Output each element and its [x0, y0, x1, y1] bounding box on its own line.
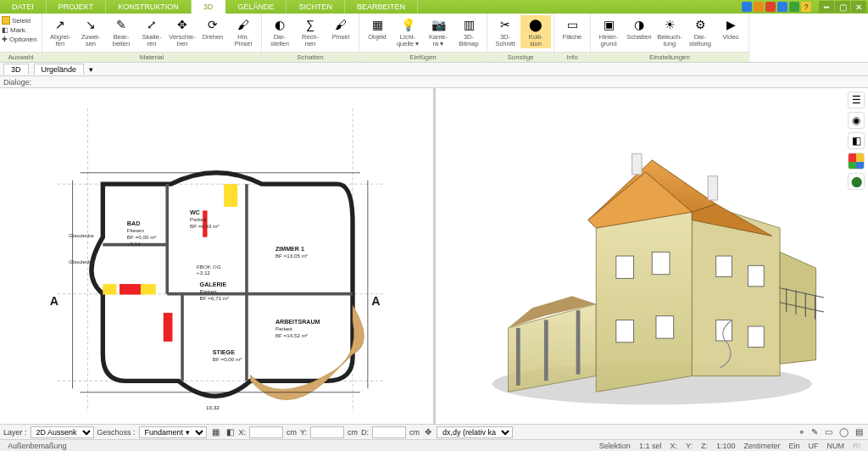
menu-projekt[interactable]: PROJEKT [47, 0, 107, 14]
darstellung-icon: ⚙ [692, 16, 709, 33]
svg-text:FBOK OG: FBOK OG [197, 264, 221, 270]
ribbon-schatten2[interactable]: ◑Schatten [624, 15, 654, 42]
group-label: Einfügen [359, 52, 487, 62]
lichtquelle-icon: 💡 [399, 16, 416, 33]
menu-konstruktion[interactable]: KONSTRUKTION [106, 0, 192, 14]
title-icon[interactable] [754, 2, 764, 12]
tool-icon[interactable]: ▭ [823, 427, 834, 437]
kamera-icon: 📷 [430, 16, 447, 33]
video-icon: ▶ [722, 16, 739, 33]
ribbon-video[interactable]: ▶Video [715, 15, 746, 42]
tab-dropdown[interactable]: ▾ [89, 65, 93, 74]
sel-mark[interactable]: ◧ Mark. [2, 25, 27, 35]
title-icon[interactable] [765, 2, 776, 12]
svg-text:WC: WC [190, 209, 200, 216]
title-icon[interactable] [789, 2, 799, 12]
svg-rect-11 [103, 284, 116, 295]
ribbon-label: 3D- Bitmap [459, 34, 478, 47]
sel-optionen[interactable]: ✚ Optionen [2, 35, 36, 44]
window-minimize[interactable]: ━ [819, 1, 834, 13]
layers-icon[interactable]: ☰ [848, 92, 865, 109]
ribbon-3d-bitmap[interactable]: ▥3D- Bitmap [453, 15, 484, 48]
ribbon-pinsel[interactable]: 🖌Pinsel [326, 15, 356, 42]
menu-sichten[interactable]: SICHTEN [287, 0, 345, 14]
3d-schnitt-icon: ✂ [497, 16, 514, 33]
window-close[interactable]: ✕ [851, 1, 866, 13]
tool-icon[interactable]: ◧ [225, 427, 236, 437]
ribbon-kollision[interactable]: ⬤Kolli- sion [520, 15, 551, 48]
tool-icon[interactable]: ⌖ [798, 427, 806, 437]
view-tab-urgelaende[interactable]: Urgelände [34, 64, 85, 75]
tool-icon[interactable]: ✎ [810, 427, 820, 437]
tool-icon[interactable]: ▤ [854, 427, 865, 437]
svg-text:BF =6,93 m²: BF =6,93 m² [190, 223, 220, 229]
ribbon-skalieren[interactable]: ⤢Skalie- ren [136, 15, 167, 48]
view-tabs-row: 3D Urgelände ▾ [0, 63, 868, 76]
pinsel-icon: 🖌 [332, 16, 349, 33]
menu-bearbeiten[interactable]: BEARBEITEN [345, 0, 418, 14]
svg-text:BF =6,71 m²: BF =6,71 m² [200, 295, 230, 301]
status-flag: RI [849, 442, 865, 450]
coord-d-input[interactable] [372, 426, 406, 438]
ribbon-zuweisen[interactable]: ↘Zuwei- sen [75, 15, 106, 48]
group-label: Einstellungen [591, 52, 748, 62]
tool-icon[interactable]: ◯ [837, 427, 850, 437]
ribbon-3d-schnitt[interactable]: ✂3D- Schnitt [490, 15, 520, 48]
ribbon-darstellen[interactable]: ◐Dar- stellen [264, 15, 295, 48]
titlebar-icons: ? ━ ▢ ✕ [742, 0, 868, 14]
mode-icon[interactable]: ✥ [423, 427, 433, 437]
menu-gelaende[interactable]: GELÄNDE [225, 0, 287, 14]
ribbon-bearbeiten[interactable]: ✎Bear- beiten [106, 15, 136, 48]
coord-mode-select[interactable]: dx,dy (relativ ka [437, 426, 513, 438]
svg-rect-71 [748, 326, 764, 348]
hin-pinsel-icon: 🖌 [235, 16, 252, 33]
ribbon-drehen[interactable]: ⟳Drehen [198, 15, 228, 42]
svg-rect-48 [543, 320, 548, 381]
svg-text:Parkett: Parkett [200, 288, 217, 294]
help-icon[interactable]: ? [801, 2, 811, 12]
floorplan-pane[interactable]: BADFliesenBF =0,00 m²+3,14ZIMMER 1BF =13… [0, 88, 436, 424]
ribbon-label: Objekt [368, 34, 387, 41]
ribbon-rechnen[interactable]: ∑Rech- nen [295, 15, 326, 48]
svg-rect-67 [655, 316, 673, 338]
cube-icon[interactable]: ◧ [848, 132, 865, 149]
status-bar-1: Layer : 2D Aussenk Geschoss : Fundament … [0, 424, 868, 439]
svg-text:Glasdecke: Glasdecke [69, 259, 94, 264]
sel-selekt[interactable]: Selekt [2, 15, 31, 25]
title-icon[interactable] [742, 2, 752, 12]
ribbon-beleuchtung[interactable]: ☀Beleuch- tung [654, 15, 685, 48]
eye-icon[interactable]: ◉ [848, 112, 865, 129]
ribbon-flaeche[interactable]: ▭Fläche [557, 15, 587, 42]
title-icon[interactable] [777, 2, 787, 12]
window-maximize[interactable]: ▢ [835, 1, 850, 13]
ribbon-label: Dar- stellen [270, 34, 289, 47]
ribbon-kamera[interactable]: 📷Kame- ra ▾ [423, 15, 453, 48]
coord-y-input[interactable] [310, 426, 344, 438]
menu-datei[interactable]: DATEI [0, 0, 47, 14]
svg-text:Glasdecke: Glasdecke [69, 232, 94, 238]
svg-rect-47 [515, 328, 520, 386]
ribbon-label: Kame- ra ▾ [429, 34, 448, 47]
menu-3d[interactable]: 3D [192, 0, 226, 14]
ribbon-hintergrund[interactable]: ▣Hinter- grund [593, 15, 624, 48]
layer-select[interactable]: 2D Aussenk [31, 426, 94, 438]
selection-panel: Selekt ◧ Mark. ✚ Optionen [0, 14, 41, 52]
coord-x-input[interactable] [249, 426, 283, 438]
status-flag: Ein [784, 442, 804, 450]
view-tab-3d[interactable]: 3D [3, 64, 29, 75]
ribbon-verschieben[interactable]: ✥Verschie- ben [167, 15, 198, 48]
ribbon-objekt[interactable]: ▦Objekt [362, 15, 392, 42]
geschoss-select[interactable]: Fundament ▾ [139, 426, 207, 438]
tree-icon[interactable]: ⬤ [848, 173, 865, 190]
svg-text:ZIMMER 1: ZIMMER 1 [275, 246, 304, 253]
tool-icon[interactable]: ▦ [210, 427, 221, 437]
side-palette: ☰ ◉ ◧ ⬤ [848, 92, 866, 190]
svg-rect-62 [632, 153, 641, 175]
ribbon-lichtquelle[interactable]: 💡Licht- quelle ▾ [392, 15, 423, 48]
color-palette-icon[interactable] [848, 153, 865, 170]
ribbon-hin-pinsel[interactable]: 🖌Hin. Pinsel [228, 15, 259, 48]
ribbon-label: 3D- Schnitt [496, 34, 515, 47]
3d-view-pane[interactable]: ☰ ◉ ◧ ⬤ [436, 88, 869, 424]
ribbon-darstellung[interactable]: ⚙Dar- stellung [685, 15, 715, 48]
ribbon-abgreifen[interactable]: ↗Abgrei- fen [45, 15, 75, 48]
